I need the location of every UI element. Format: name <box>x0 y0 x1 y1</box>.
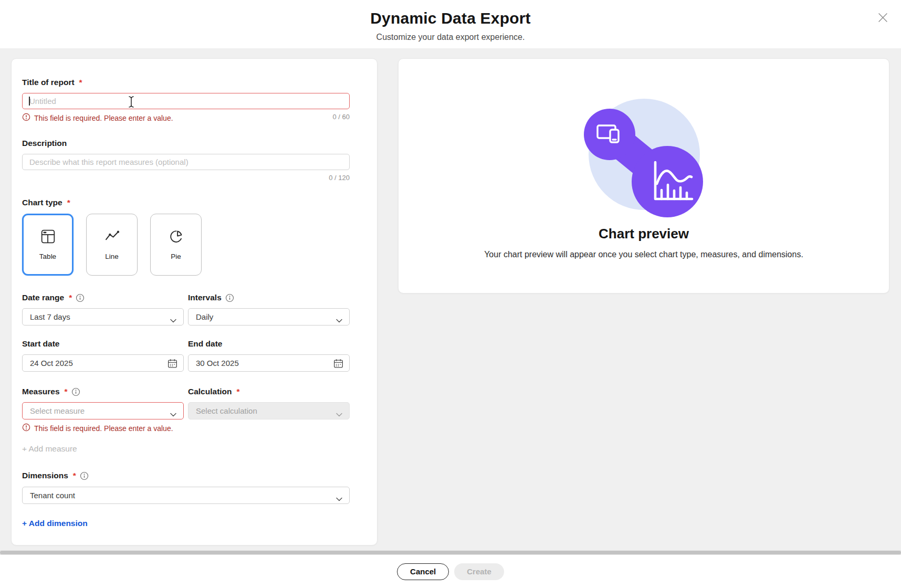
text-caret <box>29 97 30 106</box>
intervals-select[interactable]: Daily <box>188 308 350 326</box>
chart-type-line-option[interactable]: Line <box>86 214 138 276</box>
create-button[interactable]: Create <box>454 563 504 580</box>
chevron-down-icon <box>336 316 342 324</box>
chart-type-options: Table Line <box>22 214 350 276</box>
line-chart-icon <box>105 229 119 246</box>
calendar-icon <box>333 359 343 370</box>
close-button[interactable] <box>876 12 889 25</box>
description-label: Description <box>22 139 350 148</box>
measures-label: Measures* <box>22 387 184 396</box>
chart-type-table-option[interactable]: Table <box>22 214 74 276</box>
required-asterisk: * <box>237 387 240 396</box>
chart-preview-panel: Chart preview Your chart preview will ap… <box>398 58 889 293</box>
chart-preview-title: Chart preview <box>599 226 689 242</box>
date-range-label: Date range* <box>22 293 184 302</box>
chevron-down-icon <box>336 410 342 418</box>
horizontal-scrollbar[interactable] <box>0 550 901 555</box>
measures-error-message: This field is required. Please enter a v… <box>22 423 173 433</box>
start-date-input[interactable]: 24 Oct 2025 <box>22 354 184 372</box>
pie-chart-icon <box>169 229 183 246</box>
intervals-label: Intervals <box>188 293 350 302</box>
dynamic-data-export-dialog: Dynamic Data Export Customize your data … <box>0 0 901 588</box>
chart-preview-illustration <box>578 89 709 223</box>
add-measure-button[interactable]: + Add measure <box>22 444 77 454</box>
description-char-counter: 0 / 120 <box>329 174 350 182</box>
required-asterisk: * <box>79 78 82 87</box>
error-icon <box>22 423 30 433</box>
info-icon[interactable] <box>225 293 234 302</box>
chart-type-option-label: Line <box>105 253 119 260</box>
chart-preview-message: Your chart preview will appear once you … <box>484 250 803 259</box>
export-form-panel: Title of report* <box>11 58 378 545</box>
close-icon <box>878 13 888 25</box>
required-asterisk: * <box>69 293 72 302</box>
info-icon[interactable] <box>76 293 85 302</box>
required-asterisk: * <box>67 198 70 207</box>
dimension-select[interactable]: Tenant count <box>22 487 350 504</box>
chart-type-option-label: Table <box>39 253 56 260</box>
dialog-header: Dynamic Data Export Customize your data … <box>0 0 901 48</box>
end-date-label: End date <box>188 339 350 349</box>
title-char-counter: 0 / 60 <box>332 113 350 121</box>
calculation-label: Calculation* <box>188 387 350 396</box>
measure-select[interactable]: Select measure <box>22 402 184 419</box>
calculation-select: Select calculation <box>188 402 350 419</box>
title-error-message: This field is required. Please enter a v… <box>22 113 173 123</box>
dialog-body: Title of report* <box>0 48 901 550</box>
info-icon[interactable] <box>71 387 80 396</box>
page-subtitle: Customize your data export experience. <box>0 33 901 42</box>
start-date-label: Start date <box>22 339 184 349</box>
date-range-select[interactable]: Last 7 days <box>22 308 184 326</box>
chevron-down-icon <box>170 410 176 418</box>
add-dimension-button[interactable]: + Add dimension <box>22 519 88 528</box>
error-icon <box>22 113 30 123</box>
cancel-button[interactable]: Cancel <box>397 563 449 580</box>
description-input-wrap <box>22 154 350 170</box>
title-input-wrap <box>22 93 350 109</box>
chevron-down-icon <box>336 494 342 503</box>
dimensions-label: Dimensions* <box>22 471 350 480</box>
end-date-input[interactable]: 30 Oct 2025 <box>188 354 350 372</box>
required-asterisk: * <box>65 387 68 396</box>
dialog-footer: Cancel Create <box>0 555 901 588</box>
info-icon[interactable] <box>80 471 89 480</box>
required-asterisk: * <box>73 471 76 480</box>
title-input[interactable] <box>22 93 350 109</box>
description-input[interactable] <box>22 154 350 170</box>
chart-type-label: Chart type* <box>22 198 350 207</box>
table-chart-icon <box>41 229 55 246</box>
scrollbar-thumb[interactable] <box>0 551 901 554</box>
calendar-icon <box>167 359 177 370</box>
title-of-report-label: Title of report* <box>22 78 350 87</box>
chevron-down-icon <box>170 316 176 324</box>
page-title: Dynamic Data Export <box>0 9 901 27</box>
ibeam-cursor <box>127 96 135 110</box>
chart-type-pie-option[interactable]: Pie <box>150 214 202 276</box>
chart-type-option-label: Pie <box>171 253 181 260</box>
